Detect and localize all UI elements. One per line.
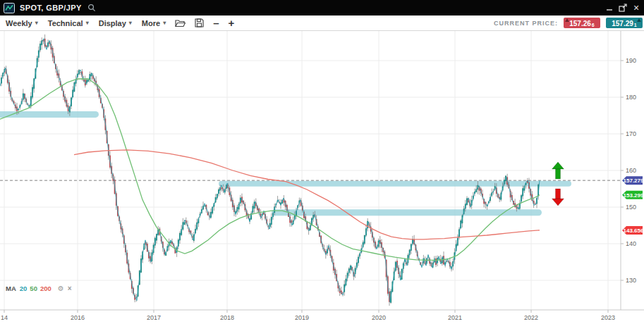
svg-text:143.656: 143.656 bbox=[624, 228, 644, 234]
indicator-settings-gear-icon[interactable]: ⚙ bbox=[58, 285, 64, 292]
ask-price-pip: 1 bbox=[634, 23, 637, 27]
timeframe-menu[interactable]: Weekly ▾ bbox=[6, 19, 38, 27]
svg-text:160: 160 bbox=[626, 167, 636, 174]
svg-text:2017: 2017 bbox=[147, 314, 161, 321]
display-menu-label: Display bbox=[99, 19, 126, 27]
chevron-down-icon: ▾ bbox=[163, 20, 166, 26]
down-arrow bbox=[552, 189, 564, 206]
chevron-down-icon: ▾ bbox=[35, 20, 38, 26]
svg-text:14: 14 bbox=[1, 314, 8, 321]
ma-label: MA bbox=[6, 285, 16, 292]
search-icon[interactable] bbox=[87, 4, 96, 12]
time-axis: 1420162017201820192020202120222023 bbox=[0, 310, 644, 324]
ask-price-badge: 157.291 bbox=[606, 18, 643, 28]
svg-text:2018: 2018 bbox=[220, 314, 234, 321]
current-price-label: CURRENT PRICE: bbox=[494, 20, 558, 27]
zoom-out-icon[interactable]: – bbox=[213, 20, 219, 27]
svg-text:2020: 2020 bbox=[372, 314, 386, 321]
ask-price-value: 157.29 bbox=[612, 20, 633, 27]
svg-text:130: 130 bbox=[626, 277, 636, 284]
titlebar: SPOT, GBP/JPY × bbox=[0, 0, 644, 15]
open-folder-icon[interactable] bbox=[175, 19, 186, 27]
svg-text:2019: 2019 bbox=[295, 314, 309, 321]
chart-toolbar: Weekly ▾ Technical ▾ Display ▾ More ▾ – … bbox=[0, 15, 644, 31]
minimize-button[interactable] bbox=[604, 2, 615, 13]
svg-text:157.279: 157.279 bbox=[624, 177, 644, 184]
grid-layer bbox=[0, 31, 621, 310]
display-menu[interactable]: Display ▾ bbox=[99, 19, 132, 27]
ma-period-50: 50 bbox=[30, 285, 37, 292]
tick-up-icon bbox=[637, 18, 641, 22]
ma-period-200: 200 bbox=[40, 285, 51, 292]
tick-up-icon bbox=[565, 18, 569, 22]
popout-button[interactable] bbox=[617, 2, 628, 13]
svg-text:150: 150 bbox=[626, 204, 636, 211]
technical-menu[interactable]: Technical ▾ bbox=[48, 19, 89, 27]
more-menu-label: More bbox=[142, 19, 160, 27]
symbol-title: SPOT, GBP/JPY bbox=[20, 4, 82, 12]
technical-menu-label: Technical bbox=[48, 19, 83, 27]
chevron-down-icon: ▾ bbox=[86, 20, 89, 26]
zoom-in-icon[interactable]: + bbox=[228, 20, 234, 27]
chevron-down-icon: ▾ bbox=[129, 20, 132, 26]
ma-indicator-legend: MA 2050200 ⚙ × bbox=[6, 285, 72, 292]
svg-text:2023: 2023 bbox=[601, 314, 615, 321]
candles-layer bbox=[1, 35, 539, 306]
timeframe-menu-label: Weekly bbox=[6, 19, 32, 27]
bid-price-value: 157.26 bbox=[569, 20, 591, 27]
price-chart-canvas[interactable]: 190180170160150140130157.279153.299143.6… bbox=[0, 31, 644, 324]
more-menu[interactable]: More ▾ bbox=[142, 19, 166, 27]
app-logo-icon bbox=[4, 3, 15, 13]
ma-periods: 2050200 bbox=[20, 285, 54, 292]
svg-text:140: 140 bbox=[626, 240, 636, 247]
svg-text:2016: 2016 bbox=[71, 314, 85, 321]
svg-text:153.299: 153.299 bbox=[624, 192, 644, 199]
bid-price-pip: 6 bbox=[592, 23, 595, 27]
ma-period-20: 20 bbox=[20, 285, 28, 292]
svg-text:170: 170 bbox=[626, 130, 636, 137]
zones-layer bbox=[0, 111, 571, 216]
indicator-remove-icon[interactable]: × bbox=[68, 285, 72, 292]
save-icon[interactable] bbox=[195, 18, 204, 27]
svg-text:190: 190 bbox=[626, 57, 636, 64]
svg-text:2022: 2022 bbox=[524, 314, 538, 321]
price-axis: 190180170160150140130157.279153.299143.6… bbox=[621, 31, 644, 324]
svg-text:180: 180 bbox=[626, 94, 636, 101]
chart-area[interactable]: 190180170160150140130157.279153.299143.6… bbox=[0, 31, 644, 324]
svg-text:2021: 2021 bbox=[448, 314, 462, 321]
close-button[interactable]: × bbox=[631, 2, 642, 13]
bid-price-badge: 157.266 bbox=[564, 18, 600, 28]
